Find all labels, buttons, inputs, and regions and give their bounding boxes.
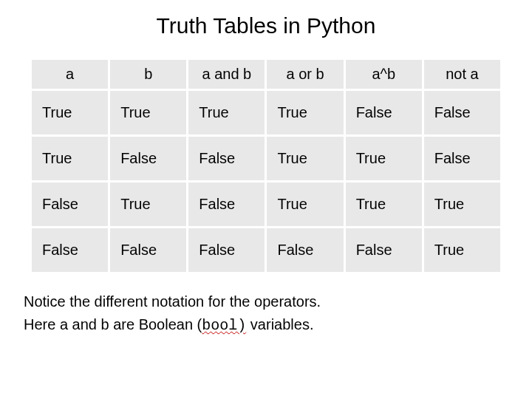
col-a: a — [32, 60, 108, 89]
caption-line-1: Notice the different notation for the op… — [24, 292, 511, 312]
truth-table: a b a and b a or b a^b not a True True T… — [30, 58, 502, 274]
cell: True — [424, 228, 500, 272]
cell: True — [267, 91, 343, 134]
cell: True — [188, 91, 265, 134]
cell: True — [267, 183, 343, 226]
table-row: False True False True True True — [32, 183, 500, 226]
cell: False — [188, 183, 265, 226]
col-or: a or b — [267, 60, 343, 89]
cell: False — [424, 137, 500, 180]
col-b: b — [110, 60, 186, 89]
table-row: True False False True True False — [32, 137, 500, 180]
cell: True — [424, 183, 500, 226]
cell: False — [188, 137, 265, 180]
cell: True — [110, 183, 186, 226]
cell: True — [346, 137, 422, 180]
bool-code: bool) — [202, 317, 246, 334]
cell: False — [110, 228, 186, 272]
cell: True — [267, 137, 343, 180]
cell: True — [346, 183, 422, 226]
cell: False — [424, 91, 500, 134]
col-not: not a — [424, 60, 500, 89]
cell: False — [188, 228, 265, 272]
cell: False — [346, 228, 422, 272]
caption-text: variables. — [246, 316, 313, 332]
table-header-row: a b a and b a or b a^b not a — [32, 60, 500, 89]
col-xor: a^b — [346, 60, 422, 89]
cell: False — [32, 183, 108, 226]
caption-text: Here a and b are Boolean ( — [24, 316, 202, 332]
cell: True — [32, 91, 108, 134]
page-title: Truth Tables in Python — [21, 13, 511, 38]
table-row: True True True True False False — [32, 91, 500, 134]
caption-line-2: Here a and b are Boolean (bool) variable… — [24, 315, 511, 335]
table-row: False False False False False True — [32, 228, 500, 272]
cell: False — [267, 228, 343, 272]
col-and: a and b — [188, 60, 265, 89]
cell: True — [110, 91, 186, 134]
cell: False — [32, 228, 108, 272]
cell: False — [346, 91, 422, 134]
cell: True — [32, 137, 108, 180]
slide: Truth Tables in Python a b a and b a or … — [0, 0, 532, 399]
cell: False — [110, 137, 186, 180]
